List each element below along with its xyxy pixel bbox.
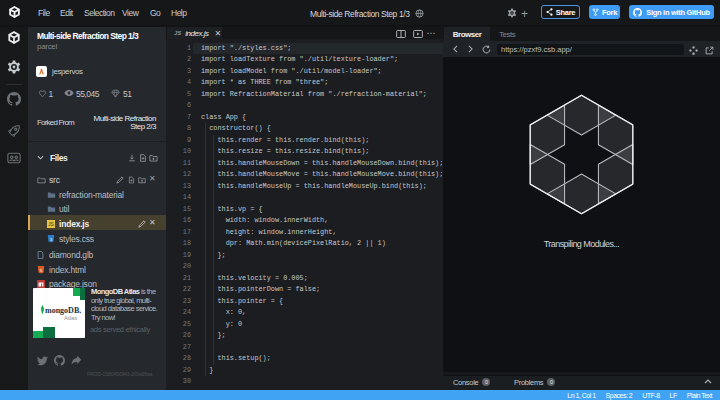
svg-text:JS: JS — [48, 222, 54, 227]
svg-text:Transpiling Modules...: Transpiling Modules... — [544, 239, 620, 249]
